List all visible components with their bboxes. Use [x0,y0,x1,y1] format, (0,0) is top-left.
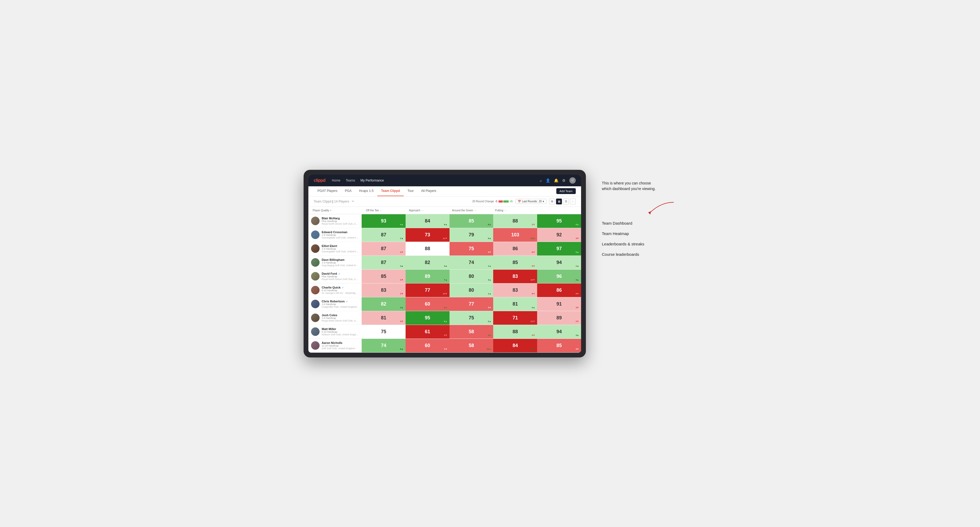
score-cell: 858▲ [450,214,493,228]
heatmap-view-button[interactable]: ▦ [556,198,562,205]
table-row[interactable]: Josh Coles1-5 HandicapRoyal North Devon … [309,311,581,325]
edit-icon[interactable]: ✏ [352,200,354,203]
player-handicap: 6-10 Handicap [322,289,359,292]
table-row[interactable]: Blair McHargPlus HandicapRoyal North Dev… [309,214,581,228]
player-club: Royal North Devon Golf Club, United King… [322,278,359,281]
score-change: 6▼ [532,251,535,253]
sort-arrow: ▾ [330,209,331,211]
nav-link-teams[interactable]: Teams [346,178,355,183]
score-change: 7▲ [444,279,447,281]
add-team-button[interactable]: Add Team [556,188,576,194]
search-icon[interactable]: ⌕ [540,178,542,183]
col-header-player[interactable]: Player Quality ▾ [310,208,364,213]
player-club: Sunningdale Golf Club, United Kingdom [322,237,359,239]
last-rounds-button[interactable]: 📅 Last Rounds: 20 ▾ [515,199,546,204]
subnav-tour[interactable]: Tour [404,186,417,196]
user-icon[interactable]: 👤 [546,178,550,183]
score-change: 4▲ [488,334,491,337]
player-club: Drift Golf Club, United Kingdom [322,347,359,350]
score-value: 81 [381,315,386,321]
avatar[interactable]: U [570,177,576,184]
score-cell: 934▲ [362,214,406,228]
score-value: 75 [469,246,474,252]
subnav-pgat[interactable]: PGAT Players [314,186,341,196]
player-name: Edward Crossman [322,230,359,234]
score-value: 60 [425,343,430,348]
score-cell: 882▼ [493,325,537,338]
player-club: Royal North Devon Golf Club, United King… [322,222,359,225]
score-change: 3▼ [400,279,403,281]
score-cell: 5810▲ [450,339,493,352]
score-value: 97 [557,246,562,252]
score-change: 1▲ [488,292,491,295]
grid-view-button[interactable]: ⊞ [549,198,555,205]
score-value: 103 [511,232,519,238]
settings-icon[interactable]: ⚙ [562,178,566,183]
col-header-off-tee[interactable]: Off the Tee — [364,208,407,213]
player-name: Matt Miller [322,327,359,330]
score-cell: 874▲ [362,256,406,269]
col-header-putting[interactable]: Putting — [493,208,536,213]
download-button[interactable]: ↓ [570,198,576,205]
table-row[interactable]: Matt Miller6-10 HandicapWoburn Golf Club… [309,325,581,339]
player-handicap: 1-5 Handicap [322,303,359,306]
score-value: 95 [425,315,430,321]
player-club: Royal North Devon Golf Club, United King… [322,319,359,322]
col-header-approach[interactable]: Approach — [407,208,450,213]
score-change: 3▼ [488,306,491,309]
col-header-around-green[interactable]: Around the Green — [450,208,493,213]
score-value: 60 [425,301,430,307]
minus-val: -5 [495,200,498,203]
bell-icon[interactable]: 🔔 [554,178,558,183]
score-cell: 10315▲ [493,228,537,242]
score-change: 14▼ [443,292,447,295]
nav-link-performance[interactable]: My Performance [360,178,384,183]
player-club: Gog Magog Golf Club, United Kingdom [322,264,359,267]
subnav-hcaps[interactable]: Hcaps 1-5 [355,186,377,196]
score-value: 93 [381,218,386,224]
score-cell: 813▼ [362,311,406,325]
score-cell: 923▼ [537,228,581,242]
sub-nav: PGAT Players PGA Hcaps 1-5 Team Clippd T… [309,186,581,197]
subnav-team-clippd[interactable]: Team Clippd [377,186,404,196]
score-value: 58 [469,343,474,348]
score-value: 83 [513,274,518,279]
table-row[interactable]: Dave Billingham1-5 HandicapGog Magog Gol… [309,256,581,270]
avatar [311,258,320,267]
score-cell: 958▲ [406,311,450,325]
score-cell: 75 [362,325,406,338]
subnav-all-players[interactable]: All Players [417,186,440,196]
table-row[interactable]: Edward Crossman1-5 HandicapSunningdale G… [309,228,581,242]
score-value: 71 [513,315,518,321]
score-value: 87 [381,232,386,238]
score-change: 3▲ [576,279,579,281]
player-details: Aaron Nicholls11-15 HandicapDrift Golf C… [322,341,359,350]
player-handicap: 11-15 Handicap [322,344,359,347]
score-change: 8▲ [400,348,403,350]
score-value: 96 [557,274,562,279]
table-row[interactable]: Charlie Quick ✓6-10 HandicapSt. George's… [309,284,581,297]
annotation-tooltip: This is where you can choose which dashb… [602,181,660,192]
score-change: 15▲ [530,237,535,240]
player-handicap: Plus Handicap [322,220,359,222]
subnav-pga[interactable]: PGA [341,186,355,196]
score-cell: 753▼ [450,242,493,256]
score-cell: 584▲ [450,325,493,338]
table-row[interactable]: David Ford ✓Plus HandicapRoyal North Dev… [309,270,581,284]
list-view-button[interactable]: ☰ [563,198,569,205]
table-row[interactable]: Chris Robertson ✓1-5 HandicapCraigmillar… [309,297,581,311]
avatar [311,286,320,294]
score-change: 3▲ [400,306,403,309]
table-row[interactable]: Elliot Ebert1-5 HandicapSunningdale Golf… [309,242,581,256]
table-row[interactable]: Aaron Nicholls11-15 HandicapDrift Golf C… [309,339,581,352]
score-value: 88 [425,246,430,252]
score-cell: 748▲ [362,339,406,352]
change-bar [498,200,509,203]
player-info: David Ford ✓Plus HandicapRoyal North Dev… [309,270,362,283]
score-cell: 814▲ [493,297,537,311]
score-value: 83 [513,287,518,293]
score-change: 4▲ [400,265,403,267]
option-team-heatmap: Team Heatmap [602,231,676,236]
score-cell: 752▲ [450,311,493,325]
nav-link-home[interactable]: Home [332,178,340,183]
